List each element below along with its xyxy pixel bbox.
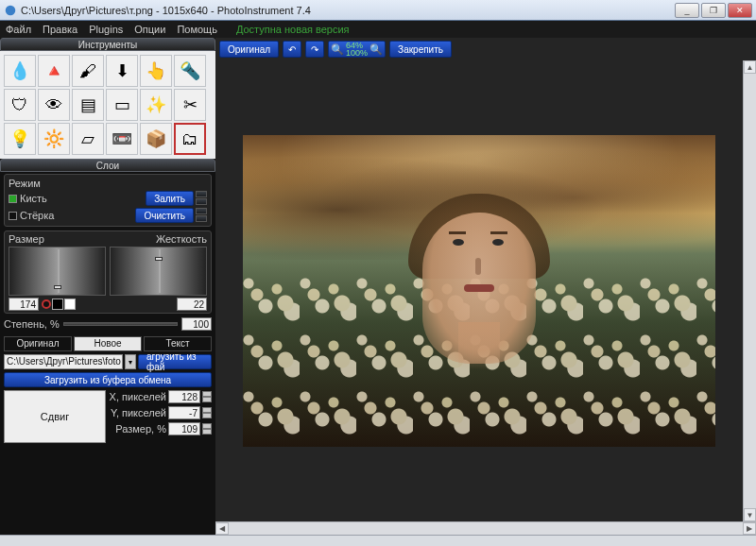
mode-box: Режим Кисть Залить Стёрка Очистить: [4, 174, 212, 227]
minimize-button[interactable]: _: [675, 3, 699, 18]
brush-icon: 🖌: [79, 61, 96, 81]
clear-up[interactable]: [196, 208, 207, 214]
zoom-out-icon[interactable]: 🔍: [331, 43, 344, 56]
tool-smudge[interactable]: 👆: [140, 55, 172, 87]
layers-panel: Режим Кисть Залить Стёрка Очистить Разме…: [0, 172, 215, 447]
load-from-clipboard-button[interactable]: Загрузить из буфера обмена: [4, 372, 212, 387]
tab-original[interactable]: Оригинал: [4, 336, 72, 351]
eraser-checkbox[interactable]: Стёрка: [9, 210, 54, 221]
tool-drop[interactable]: 💧: [4, 55, 36, 87]
tab-text[interactable]: Текст: [144, 336, 212, 351]
scroll-up-icon[interactable]: ▲: [744, 60, 756, 74]
fill-up[interactable]: [196, 191, 207, 197]
close-button[interactable]: ✕: [728, 3, 752, 18]
original-button[interactable]: Оригинал: [219, 41, 279, 58]
menu-options[interactable]: Опции: [134, 24, 165, 35]
tool-shield[interactable]: 🛡: [4, 89, 36, 121]
color-white[interactable]: [64, 299, 76, 310]
color-ring-icon[interactable]: [42, 299, 51, 309]
clear-button[interactable]: Очистить: [135, 208, 194, 223]
y-input[interactable]: [168, 406, 200, 419]
canvas-image: [243, 135, 715, 447]
menu-file[interactable]: Файл: [6, 24, 31, 35]
x-down[interactable]: [202, 397, 212, 402]
size-slider[interactable]: [9, 247, 106, 296]
size-down[interactable]: [202, 429, 212, 435]
tool-layers-tool[interactable]: 🗂: [174, 123, 206, 155]
stamp-icon: ⬇: [115, 60, 129, 81]
y-label: Y, пикселей: [111, 407, 166, 418]
hardness-slider[interactable]: [110, 247, 207, 296]
scroll-right-icon[interactable]: ▶: [743, 522, 756, 535]
degree-input[interactable]: [181, 317, 212, 331]
offset-size-input[interactable]: [168, 422, 200, 435]
load-from-file-button[interactable]: агрузить из фай: [138, 354, 212, 369]
tool-eraser[interactable]: ▱: [72, 123, 104, 155]
color-black[interactable]: [52, 299, 63, 310]
bulb-icon: 🔆: [43, 128, 64, 149]
tool-cut[interactable]: ✂: [174, 89, 206, 121]
tool-sharpen[interactable]: 🔺: [38, 55, 70, 87]
brush-checkbox[interactable]: Кисть: [9, 193, 47, 204]
menu-help[interactable]: Помощь: [177, 24, 217, 35]
heal-icon: ✨: [146, 94, 166, 115]
zoom-in-icon[interactable]: 🔍: [369, 43, 383, 56]
fill-button[interactable]: Залить: [146, 191, 194, 206]
pin-button[interactable]: Закрепить: [389, 41, 452, 58]
tool-dodge[interactable]: 🔦: [174, 55, 206, 87]
undo-button[interactable]: ↶: [283, 41, 301, 58]
left-panel: Инструменты 💧🔺🖌⬇👆🔦🛡👁▤▭✨✂💡🔆▱📼📦🗂 Слои Режи…: [0, 38, 215, 535]
tool-levels[interactable]: ▤: [72, 89, 104, 121]
clear-down[interactable]: [196, 215, 207, 222]
smudge-icon: 👆: [146, 60, 166, 81]
statusbar: [0, 535, 756, 546]
size-input[interactable]: [9, 298, 39, 311]
menu-plugins[interactable]: Plugins: [89, 24, 123, 35]
y-down[interactable]: [202, 413, 212, 418]
fill-down[interactable]: [196, 198, 207, 205]
tool-brush[interactable]: 🖌: [72, 55, 104, 87]
file-path-field[interactable]: C:\Users\Друг\Pictures\foto na: [4, 354, 123, 369]
shield-icon: 🛡: [11, 95, 28, 115]
zoom-bottom[interactable]: 100%: [346, 49, 368, 57]
tool-box[interactable]: 📦: [140, 123, 172, 155]
app-icon: [4, 4, 17, 17]
x-input[interactable]: [168, 390, 200, 403]
degree-slider[interactable]: [63, 322, 178, 326]
drop-icon: 💧: [9, 60, 30, 81]
box-icon: 📦: [146, 128, 166, 149]
window-title: C:\Users\Друг\Pictures\т.png - 1015x640 …: [21, 5, 675, 16]
maximize-button[interactable]: ❐: [701, 3, 726, 18]
zoom-control: 🔍 64% 100% 🔍: [328, 41, 386, 58]
vertical-scrollbar[interactable]: ▲ ▼: [743, 60, 756, 521]
shift-pad[interactable]: Сдвиг: [4, 390, 106, 443]
viewport[interactable]: [215, 60, 743, 521]
menu-edit[interactable]: Правка: [43, 24, 77, 35]
tape-icon: 📼: [112, 128, 132, 149]
scroll-down-icon[interactable]: ▼: [744, 508, 756, 521]
redo-button[interactable]: ↷: [305, 41, 324, 58]
update-link[interactable]: Доступна новая версия: [236, 24, 350, 35]
tool-red-eye[interactable]: 👁: [38, 89, 70, 121]
sharpen-icon: 🔺: [43, 60, 64, 81]
path-dropdown-icon[interactable]: ▾: [125, 354, 136, 369]
horizontal-scrollbar[interactable]: ◀ ▶: [215, 521, 756, 535]
tool-stamp[interactable]: ⬇: [106, 55, 138, 87]
size-label: Размер: [9, 233, 44, 245]
light-icon: 💡: [9, 128, 30, 149]
canvas-area: Оригинал ↶ ↷ 🔍 64% 100% 🔍 Закрепить: [215, 38, 756, 535]
tool-bulb[interactable]: 🔆: [38, 123, 70, 155]
hardness-input[interactable]: [177, 298, 207, 311]
tools-panel: 💧🔺🖌⬇👆🔦🛡👁▤▭✨✂💡🔆▱📼📦🗂: [0, 51, 215, 159]
scroll-left-icon[interactable]: ◀: [215, 522, 229, 535]
tool-tape[interactable]: 📼: [106, 123, 138, 155]
eraser-icon: ▱: [81, 128, 94, 149]
tools-panel-title: Инструменты: [0, 38, 215, 51]
tool-heal[interactable]: ✨: [140, 89, 172, 121]
brush-settings: РазмерЖесткость: [4, 230, 212, 314]
tool-hue[interactable]: ▭: [106, 89, 138, 121]
offset-size-label: Размер, %: [115, 423, 166, 435]
dodge-icon: 🔦: [180, 60, 200, 81]
tool-light[interactable]: 💡: [4, 123, 36, 155]
tab-new-image[interactable]: Новое изображение: [74, 336, 142, 351]
